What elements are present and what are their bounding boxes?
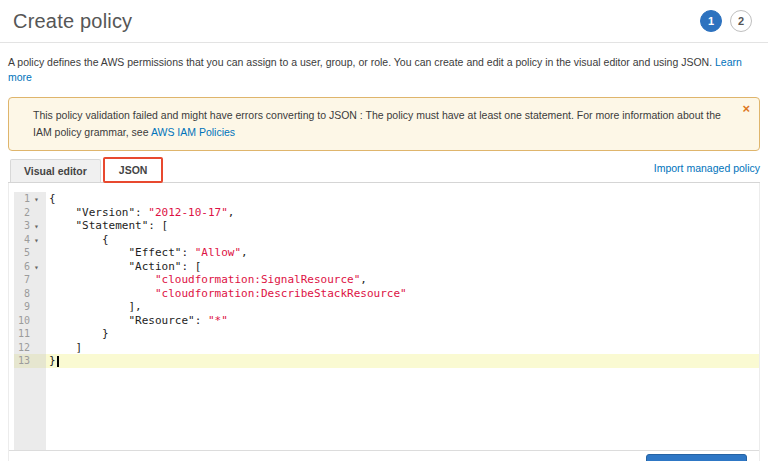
gutter-line-number: 12 — [14, 341, 46, 355]
code-line[interactable]: "Statement": [ — [49, 219, 759, 233]
gutter-line-number: 4▾ — [14, 233, 46, 247]
gutter-line-number: 7 — [14, 273, 46, 287]
action-footer: Cancel Review policy — [9, 450, 759, 461]
page-title: Create policy — [13, 10, 132, 33]
warning-message: This policy validation failed and might … — [33, 109, 721, 138]
json-editor-panel: 1▾23▾4▾56▾78910111213 { "Version": "2012… — [8, 183, 760, 461]
gutter-line-number: 3▾ — [14, 219, 46, 233]
code-line[interactable]: } — [46, 354, 759, 368]
gutter-line-number: 11 — [14, 327, 46, 341]
code-token: "Resource": — [49, 314, 208, 327]
description-text: A policy defines the AWS permissions tha… — [8, 56, 712, 68]
code-token: ] — [49, 341, 82, 354]
string-token: "cloudformation:SignalResource" — [155, 273, 360, 286]
code-token — [49, 273, 155, 286]
editor-gutter: 1▾23▾4▾56▾78910111213 — [14, 192, 46, 450]
aws-iam-policies-link[interactable]: AWS IAM Policies — [151, 126, 235, 138]
fold-arrow-icon[interactable]: ▾ — [30, 261, 43, 275]
step-indicator-1: 1 — [700, 10, 722, 32]
close-icon[interactable]: × — [742, 102, 750, 116]
code-token — [49, 287, 155, 300]
fold-arrow-icon[interactable]: ▾ — [30, 234, 43, 248]
gutter-line-number: 6▾ — [14, 260, 46, 274]
string-token: "*" — [208, 314, 228, 327]
code-line[interactable]: "Action": [ — [49, 260, 759, 274]
code-token: "Statement": [ — [49, 219, 168, 232]
gutter-line-number: 1▾ — [14, 192, 46, 206]
code-line[interactable]: ], — [49, 300, 759, 314]
tab-json[interactable]: JSON — [103, 157, 164, 183]
string-token: "Allow" — [195, 246, 241, 259]
code-line[interactable]: { — [49, 233, 759, 247]
code-token: { — [49, 192, 56, 205]
create-policy-page: Create policy 1 2 A policy defines the A… — [0, 0, 768, 461]
code-token: } — [49, 354, 56, 367]
gutter-line-number: 13 — [14, 354, 46, 368]
tab-bar: Visual editor JSON Import managed policy — [8, 157, 760, 183]
gutter-line-number: 8 — [14, 287, 46, 301]
gutter-line-number: 2 — [14, 206, 46, 220]
code-line[interactable]: "Resource": "*" — [49, 314, 759, 328]
code-token: "Version": — [49, 206, 148, 219]
code-token: } — [49, 327, 109, 340]
code-token: , — [360, 273, 367, 286]
code-line[interactable]: "Version": "2012-10-17", — [49, 206, 759, 220]
code-token: "Action": [ — [49, 260, 201, 273]
editor-inner: 1▾23▾4▾56▾78910111213 { "Version": "2012… — [14, 192, 759, 450]
code-token: ], — [49, 300, 142, 313]
code-token: , — [228, 206, 235, 219]
text-cursor — [57, 356, 59, 367]
json-code-editor[interactable]: 1▾23▾4▾56▾78910111213 { "Version": "2012… — [9, 183, 759, 450]
fold-arrow-icon[interactable]: ▾ — [30, 193, 43, 207]
string-token: "cloudformation:DescribeStackResource" — [155, 287, 407, 300]
import-managed-policy-link[interactable]: Import managed policy — [654, 162, 760, 177]
step-1-label: 1 — [708, 15, 714, 27]
steps-indicator: 1 2 — [700, 10, 752, 32]
step-indicator-2: 2 — [730, 10, 752, 32]
page-header: Create policy 1 2 — [0, 0, 768, 43]
code-line[interactable]: { — [49, 192, 759, 206]
step-2-label: 2 — [738, 15, 744, 27]
gutter-line-number: 10 — [14, 314, 46, 328]
code-token: , — [241, 246, 248, 259]
gutter-line-number: 9 — [14, 300, 46, 314]
string-token: "2012-10-17" — [148, 206, 227, 219]
code-line[interactable]: ] — [49, 341, 759, 355]
validation-warning-banner: × This policy validation failed and migh… — [8, 97, 760, 151]
code-token: { — [49, 233, 109, 246]
code-line[interactable]: } — [49, 327, 759, 341]
gutter-line-number: 5 — [14, 246, 46, 260]
code-line[interactable]: "Effect": "Allow", — [49, 246, 759, 260]
tab-visual-editor[interactable]: Visual editor — [10, 159, 101, 182]
fold-arrow-icon[interactable]: ▾ — [30, 220, 43, 234]
editor-code[interactable]: { "Version": "2012-10-17", "Statement": … — [46, 192, 759, 450]
code-line[interactable]: "cloudformation:DescribeStackResource" — [49, 287, 759, 301]
code-token: "Effect": — [49, 246, 195, 259]
review-policy-button[interactable]: Review policy — [646, 454, 747, 461]
page-description: A policy defines the AWS permissions tha… — [8, 55, 760, 85]
code-line[interactable]: "cloudformation:SignalResource", — [49, 273, 759, 287]
